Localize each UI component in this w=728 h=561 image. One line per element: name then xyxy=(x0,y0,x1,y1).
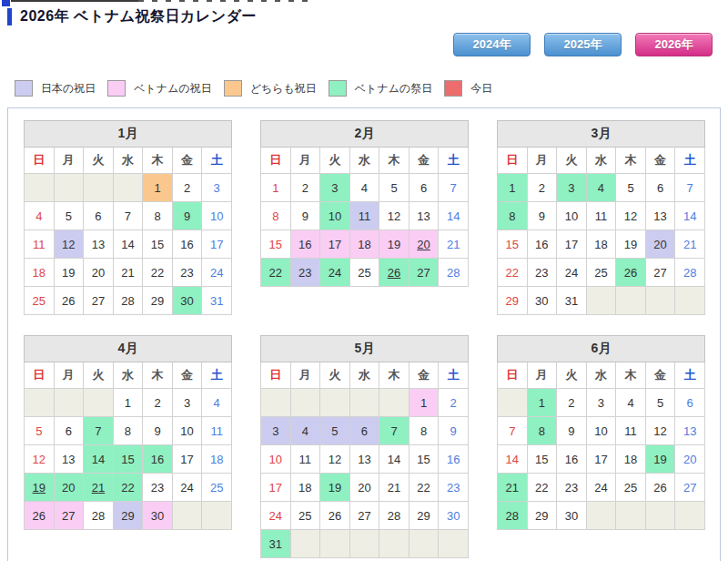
month-table-1: 1月日月火水木金土1234567891011121314151617181920… xyxy=(24,120,232,315)
day-cell-m4-4: 4 xyxy=(202,389,232,417)
weekday-header-sun: 日 xyxy=(498,362,528,389)
title-accent-bar xyxy=(7,8,12,26)
page-header: 2026年 ベトナム祝祭日カレンダー xyxy=(7,7,257,26)
day-cell-m2-21: 21 xyxy=(439,230,469,259)
weekday-header-sat: 土 xyxy=(675,148,705,174)
empty-cell xyxy=(586,502,616,530)
day-cell-m4-6: 6 xyxy=(54,417,84,445)
day-cell-m2-16: 16 xyxy=(290,230,320,259)
day-cell-m3-23: 23 xyxy=(527,259,557,287)
day-cell-m6-26: 26 xyxy=(645,474,675,502)
weekday-header-sun: 日 xyxy=(261,362,291,389)
day-cell-m4-5: 5 xyxy=(25,417,55,445)
day-cell-m3-8: 8 xyxy=(498,202,528,230)
day-cell-m3-7: 7 xyxy=(675,174,705,202)
calendar-container: 1月日月火水木金土1234567891011121314151617181920… xyxy=(7,107,721,561)
day-cell-m4-22: 22 xyxy=(113,474,143,502)
day-cell-m5-28: 28 xyxy=(379,502,410,530)
day-cell-m4-21[interactable]: 21 xyxy=(84,474,114,502)
day-cell-m6-16: 16 xyxy=(557,445,587,474)
day-cell-m2-6: 6 xyxy=(409,174,439,202)
weekday-header-mon: 月 xyxy=(290,148,320,174)
day-cell-m2-26[interactable]: 26 xyxy=(379,259,410,287)
day-cell-m4-7: 7 xyxy=(84,417,114,445)
day-cell-m2-19: 19 xyxy=(379,230,410,259)
empty-cell xyxy=(349,530,379,558)
day-cell-m1-1: 1 xyxy=(143,174,173,202)
legend-swatch-both-holiday xyxy=(224,80,242,97)
day-cell-m2-4: 4 xyxy=(349,174,379,202)
day-cell-m6-14: 14 xyxy=(498,445,528,474)
legend-item-today: 今日 xyxy=(444,80,492,97)
day-cell-m2-12: 12 xyxy=(379,202,410,230)
day-cell-m4-15: 15 xyxy=(113,445,143,474)
empty-cell xyxy=(172,502,202,530)
day-cell-m2-10: 10 xyxy=(320,202,350,230)
day-cell-m3-1: 1 xyxy=(498,174,528,202)
day-cell-m2-5: 5 xyxy=(379,174,410,202)
weekday-header-sun: 日 xyxy=(498,148,528,174)
weekday-header-thu: 木 xyxy=(616,362,646,389)
day-cell-m5-25: 25 xyxy=(290,502,320,530)
legend-swatch-today xyxy=(444,80,462,97)
month-table-2: 2月日月火水木金土1234567891011121314151617181920… xyxy=(260,120,469,287)
day-cell-m1-28: 28 xyxy=(113,287,143,315)
weekday-header-mon: 月 xyxy=(54,148,84,174)
month-title-2: 2月 xyxy=(261,121,469,148)
day-cell-m4-16: 16 xyxy=(143,445,173,474)
day-cell-m6-5: 5 xyxy=(645,389,675,417)
weekday-header-sat: 土 xyxy=(439,148,469,174)
legend-item-vietnam-holiday: ベトナムの祝日 xyxy=(107,80,211,97)
day-cell-m3-29: 29 xyxy=(498,287,528,315)
day-cell-m5-11: 11 xyxy=(290,445,320,474)
empty-cell xyxy=(379,389,410,417)
weekday-header-sun: 日 xyxy=(25,148,55,174)
day-cell-m6-19: 19 xyxy=(645,445,675,474)
weekday-header-sun: 日 xyxy=(25,362,55,389)
day-cell-m6-7: 7 xyxy=(498,417,528,445)
month-title-3: 3月 xyxy=(498,121,705,148)
weekday-header-mon: 月 xyxy=(290,362,320,389)
year-button-2025[interactable]: 2025年 xyxy=(544,33,622,56)
day-cell-m4-18: 18 xyxy=(202,445,232,474)
day-cell-m2-25: 25 xyxy=(349,259,379,287)
day-cell-m4-25: 25 xyxy=(202,474,232,502)
year-button-2024[interactable]: 2024年 xyxy=(453,33,531,56)
day-cell-m5-12: 12 xyxy=(320,445,350,474)
empty-cell xyxy=(84,174,114,202)
day-cell-m1-26: 26 xyxy=(54,287,84,315)
day-cell-m5-24: 24 xyxy=(261,502,291,530)
day-cell-m1-15: 15 xyxy=(143,230,173,259)
day-cell-m3-9: 9 xyxy=(527,202,557,230)
day-cell-m2-20[interactable]: 20 xyxy=(409,230,439,259)
day-cell-m5-4: 4 xyxy=(290,417,320,445)
day-cell-m6-12: 12 xyxy=(645,417,675,445)
day-cell-m2-2: 2 xyxy=(290,174,320,202)
day-cell-m2-24: 24 xyxy=(320,259,350,287)
day-cell-m5-13: 13 xyxy=(349,445,379,474)
day-cell-m1-30: 30 xyxy=(172,287,202,315)
weekday-header-fri: 金 xyxy=(645,148,675,174)
day-cell-m6-29: 29 xyxy=(527,502,557,530)
year-button-2026[interactable]: 2026年 xyxy=(635,33,713,56)
day-cell-m6-10: 10 xyxy=(586,417,616,445)
day-cell-m5-18: 18 xyxy=(290,474,320,502)
weekday-header-fri: 金 xyxy=(172,148,202,174)
day-cell-m6-6: 6 xyxy=(675,389,705,417)
legend-label-japan-holiday: 日本の祝日 xyxy=(41,81,96,97)
weekday-header-tue: 火 xyxy=(320,148,350,174)
month-title-6: 6月 xyxy=(498,336,705,362)
empty-cell xyxy=(320,389,350,417)
weekday-header-mon: 月 xyxy=(527,148,557,174)
weekday-header-tue: 火 xyxy=(84,362,114,389)
day-cell-m2-7: 7 xyxy=(439,174,469,202)
legend-item-both-holiday: どちらも祝日 xyxy=(224,80,317,97)
day-cell-m5-9: 9 xyxy=(439,417,469,445)
month-table-5: 5月日月火水木金土1234567891011121314151617181920… xyxy=(260,335,469,558)
day-cell-m3-5: 5 xyxy=(616,174,646,202)
day-cell-m5-29: 29 xyxy=(409,502,439,530)
empty-cell xyxy=(84,389,114,417)
empty-cell xyxy=(616,287,646,315)
day-cell-m4-19[interactable]: 19 xyxy=(25,474,55,502)
legend-label-today: 今日 xyxy=(470,81,492,97)
